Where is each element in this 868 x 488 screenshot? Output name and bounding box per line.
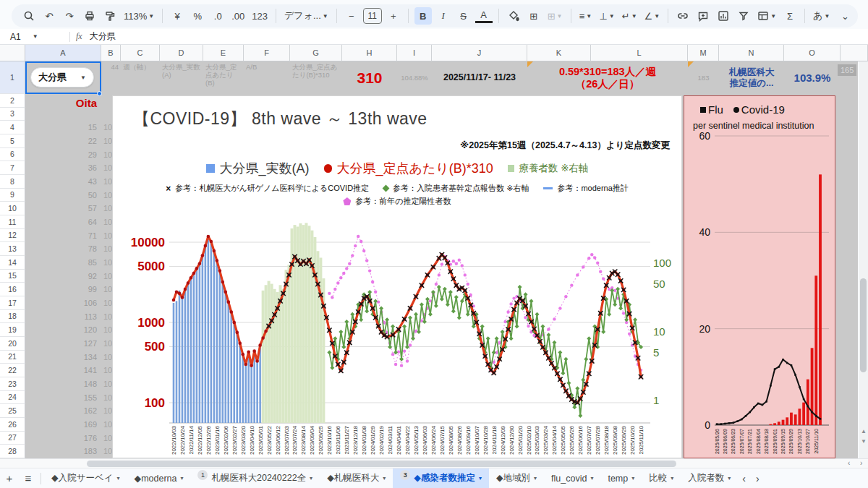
row-header-15[interactable]: 15 (0, 270, 25, 283)
cell-a2-oita[interactable]: Oita (27, 97, 97, 109)
sheet-tab-入院者数[interactable]: 入院者数▾ (681, 468, 738, 488)
italic-button[interactable]: I (435, 7, 452, 25)
print-icon[interactable] (81, 7, 98, 25)
fill-color-icon[interactable] (505, 7, 522, 25)
column-header-B[interactable]: B (101, 45, 121, 61)
row1-cell-10[interactable]: 0.59*310=183人／週（26人／日） (527, 61, 688, 94)
fill-handle[interactable] (97, 91, 102, 96)
row-header-22[interactable]: 22 (0, 364, 25, 377)
hide-menus-icon[interactable]: ⌄ (841, 11, 849, 22)
column-header-N[interactable]: N (719, 45, 784, 61)
sheet-tab-札幌医科大20240222全[interactable]: 1札幌医科大20240222全▾ (190, 468, 320, 488)
sheet-tab-入院サーベイ[interactable]: ◆入院サーベイ▾ (44, 468, 127, 488)
vertical-scrollbar[interactable] (859, 61, 868, 458)
row-header-6[interactable]: 6 (0, 148, 25, 162)
cell-a19[interactable]: 120 (27, 325, 97, 334)
cell-a20[interactable]: 127 (27, 339, 97, 348)
row-header-24[interactable]: 24 (0, 391, 25, 405)
sheet-tab-地域別[interactable]: ◆地域別▾ (489, 468, 544, 488)
decrease-decimal-button[interactable]: .0 (209, 7, 226, 25)
cell-a18[interactable]: 113 (27, 312, 97, 321)
dropdown-chip-a1[interactable]: 大分県 ▼ (30, 67, 94, 87)
cell-a8[interactable]: 43 (27, 177, 97, 186)
row1-cell-4[interactable]: 大分県_定点あたり(B) (203, 61, 244, 94)
column-header-D[interactable]: D (160, 45, 203, 61)
flu-covid-side-chart[interactable]: FluCovid-19 per sentinel medical institu… (684, 95, 835, 458)
select-all-corner[interactable] (0, 45, 25, 61)
cell-a26[interactable]: 169 (27, 420, 97, 429)
scroll-left-icon[interactable]: ‹ (848, 459, 850, 467)
cell-a13[interactable]: 78 (27, 244, 97, 253)
currency-format-button[interactable]: ¥ (169, 7, 186, 25)
cell-a27[interactable]: 176 (27, 434, 97, 442)
cell-a16[interactable]: 99 (27, 285, 97, 294)
cell-a15[interactable]: 92 (27, 272, 97, 281)
decrease-font-size-button[interactable]: − (343, 7, 360, 25)
input-method-button[interactable]: あ▼ (811, 7, 832, 25)
search-icon[interactable] (20, 7, 38, 25)
scroll-down-icon[interactable]: ▼ (859, 438, 868, 445)
column-header-I[interactable]: I (397, 45, 432, 61)
row-header-1[interactable]: 1 (0, 61, 25, 94)
paint-format-icon[interactable] (101, 7, 119, 25)
horizontal-scrollbar[interactable]: ‹ › (0, 458, 868, 468)
formula-input[interactable]: 大分県 (90, 30, 116, 43)
bold-button[interactable]: B (414, 7, 432, 25)
insert-link-icon[interactable] (674, 7, 692, 25)
row1-cell-13[interactable]: 103.9% (784, 61, 841, 94)
vertical-align-icon[interactable]: ⊥▼ (597, 7, 617, 25)
row1-cell-11[interactable]: 183 (688, 61, 719, 94)
column-header-M[interactable]: M (688, 45, 719, 61)
row1-cell-2[interactable]: 週（軸） (121, 61, 160, 94)
row1-cell-8[interactable]: 104.88% (397, 61, 432, 94)
row-header-13[interactable]: 13 (0, 242, 25, 256)
row1-cell-9[interactable]: 2025/11/17- 11/23 (432, 61, 527, 94)
cell-a22[interactable]: 141 (27, 366, 97, 374)
cell-a14[interactable]: 85 (27, 258, 97, 267)
scroll-right-icon[interactable]: › (860, 459, 862, 467)
row-header-23[interactable]: 23 (0, 377, 25, 391)
cell-a4[interactable]: 15 (27, 123, 97, 132)
filter-icon[interactable] (735, 7, 752, 25)
horizontal-align-icon[interactable]: ≡▼ (577, 7, 595, 25)
sheet-tab-flu_covid[interactable]: flu_covid▾ (544, 468, 600, 488)
row-header-2[interactable]: 2 (0, 94, 25, 108)
row-header-28[interactable]: 28 (0, 445, 25, 458)
cell-a24[interactable]: 155 (27, 393, 97, 402)
cell-a9[interactable]: 50 (27, 191, 97, 200)
row1-cell-12[interactable]: 札幌医科大推定値の... (719, 61, 784, 94)
row-header-10[interactable]: 10 (0, 202, 25, 215)
row-header-21[interactable]: 21 (0, 351, 25, 364)
tab-scroll-left-icon[interactable]: ‹ (742, 473, 746, 484)
cell-a11[interactable]: 64 (27, 218, 97, 226)
sheet-tab-temp[interactable]: temp▾ (600, 468, 642, 488)
column-header-L[interactable]: L (591, 45, 688, 61)
increase-decimal-button[interactable]: .00 (229, 7, 247, 25)
row1-cell-7[interactable]: 310 (342, 61, 397, 94)
vertical-scrollbar-thumb[interactable] (860, 278, 867, 372)
row-header-19[interactable]: 19 (0, 323, 25, 337)
cell-a23[interactable]: 148 (27, 380, 97, 388)
row-header-11[interactable]: 11 (0, 215, 25, 229)
strikethrough-button[interactable]: S (455, 7, 472, 25)
horizontal-scrollbar-thumb[interactable] (87, 461, 676, 467)
tab-scroll-right-icon[interactable]: › (756, 473, 760, 484)
add-sheet-button[interactable]: + (0, 472, 19, 484)
column-header-K[interactable]: K (527, 45, 591, 61)
name-box[interactable]: A1 ▼ (0, 32, 64, 42)
text-rotation-icon[interactable]: ∠▼ (642, 7, 663, 25)
row-header-17[interactable]: 17 (0, 296, 25, 310)
column-header-F[interactable]: F (244, 45, 290, 61)
row-header-27[interactable]: 27 (0, 432, 25, 445)
undo-icon[interactable]: ↶ (41, 7, 58, 25)
text-color-button[interactable]: A (475, 9, 493, 23)
font-size-input[interactable]: 11 (363, 8, 382, 24)
functions-button[interactable]: Σ (781, 7, 799, 25)
column-header-O[interactable]: O (784, 45, 841, 61)
sheet-tab-比較[interactable]: 比較▾ (642, 468, 681, 488)
cell-a5[interactable]: 22 (27, 137, 97, 145)
zoom-select[interactable]: 113%▼ (122, 7, 156, 25)
more-formats-button[interactable]: 123 (250, 7, 270, 25)
row1-cell-5[interactable]: A/B (244, 61, 290, 94)
insert-chart-icon[interactable] (715, 7, 732, 25)
